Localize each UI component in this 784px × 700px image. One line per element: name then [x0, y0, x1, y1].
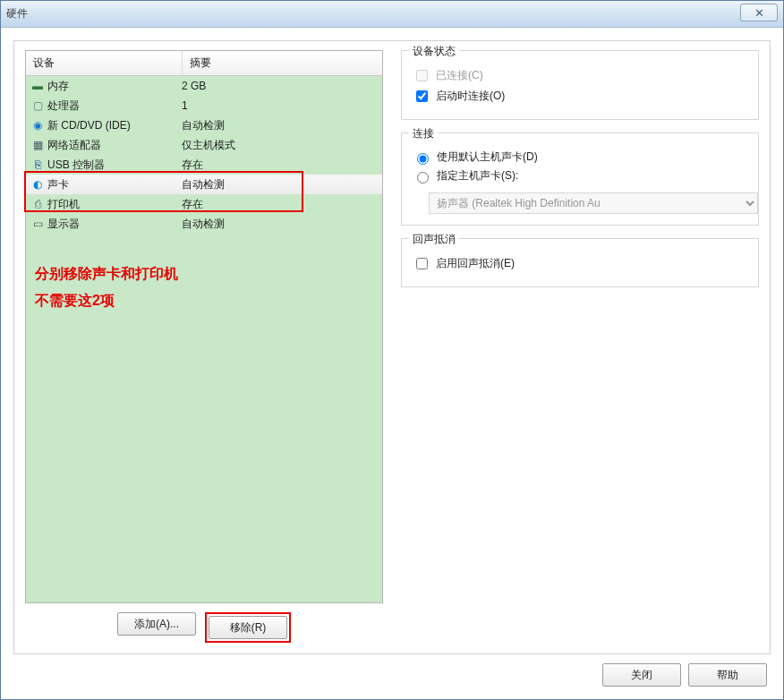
- main-pane: 设备 摘要 ▬内存2 GB▢处理器1◉新 CD/DVD (IDE)自动检测▦网络…: [13, 40, 771, 654]
- cd-icon: ◉: [30, 118, 46, 132]
- checkbox-echo-cancel-label: 启用回声抵消(E): [436, 256, 515, 271]
- table-row[interactable]: ◉新 CD/DVD (IDE)自动检测: [26, 115, 382, 135]
- table-header: 设备 摘要: [26, 51, 382, 76]
- device-column: 设备 摘要 ▬内存2 GB▢处理器1◉新 CD/DVD (IDE)自动检测▦网络…: [25, 50, 383, 643]
- checkbox-echo-cancel[interactable]: 启用回声抵消(E): [413, 255, 747, 272]
- col-device[interactable]: 设备: [26, 51, 183, 75]
- table-row[interactable]: ⎙打印机存在: [26, 194, 382, 214]
- radio-use-default[interactable]: 使用默认主机声卡(D): [413, 149, 747, 165]
- device-summary: 存在: [182, 158, 379, 173]
- device-summary: 自动检测: [182, 118, 379, 133]
- annotation-text: 分别移除声卡和打印机不需要这2项: [35, 260, 382, 315]
- device-name: 打印机: [47, 197, 182, 212]
- radio-use-default-input[interactable]: [417, 153, 429, 165]
- radio-use-default-label: 使用默认主机声卡(D): [437, 149, 538, 165]
- table-row[interactable]: ▢处理器1: [26, 96, 382, 115]
- table-row[interactable]: ▭显示器自动检测: [26, 214, 382, 234]
- cpu-icon: ▢: [30, 98, 46, 113]
- device-summary: 1: [182, 99, 379, 112]
- nic-icon: ▦: [30, 138, 46, 152]
- group-connection-legend: 连接: [409, 126, 438, 141]
- device-buttons: 添加(A)... 移除(R): [25, 612, 383, 643]
- device-name: 内存: [47, 79, 182, 94]
- close-window-button[interactable]: ✕: [740, 4, 778, 21]
- device-summary: 仅主机模式: [182, 138, 379, 153]
- device-name: 处理器: [47, 98, 182, 114]
- help-button[interactable]: 帮助: [688, 663, 767, 687]
- close-icon: ✕: [754, 6, 764, 20]
- radio-specify-label: 指定主机声卡(S):: [437, 168, 518, 184]
- device-name: USB 控制器: [47, 158, 182, 173]
- dialog-footer: 关闭 帮助: [13, 654, 771, 687]
- group-echo-legend: 回声抵消: [409, 232, 459, 247]
- table-rows: ▬内存2 GB▢处理器1◉新 CD/DVD (IDE)自动检测▦网络适配器仅主机…: [26, 76, 382, 315]
- titlebar: 硬件 ✕: [1, 1, 783, 28]
- memory-icon: ▬: [30, 79, 46, 93]
- remove-button[interactable]: 移除(R): [209, 616, 287, 639]
- radio-specify-input[interactable]: [417, 172, 429, 184]
- table-row[interactable]: ⎘USB 控制器存在: [26, 155, 382, 175]
- usb-icon: ⎘: [30, 158, 46, 172]
- add-button[interactable]: 添加(A)...: [117, 612, 196, 636]
- device-summary: 自动检测: [182, 177, 379, 192]
- device-summary: 存在: [182, 197, 379, 212]
- group-device-status-legend: 设备状态: [409, 44, 459, 59]
- close-button[interactable]: 关闭: [602, 663, 681, 687]
- table-row[interactable]: ▬内存2 GB: [26, 76, 382, 96]
- combo-wrap: 扬声器 (Realtek High Definition Au: [413, 187, 747, 214]
- checkbox-connect-at-poweron-label: 启动时连接(O): [436, 89, 505, 104]
- checkbox-echo-cancel-input[interactable]: [416, 258, 428, 269]
- checkbox-connected-input: [416, 70, 428, 81]
- checkbox-connected-label: 已连接(C): [436, 68, 483, 83]
- checkbox-connect-at-poweron-input[interactable]: [416, 90, 428, 102]
- table-row[interactable]: ◐声卡自动检测: [26, 175, 382, 194]
- device-name: 声卡: [47, 177, 182, 192]
- group-echo: 回声抵消 启用回声抵消(E): [401, 238, 759, 287]
- annotation-line-1: 分别移除声卡和打印机: [35, 260, 382, 287]
- device-name: 网络适配器: [47, 138, 182, 153]
- device-summary: 自动检测: [182, 217, 379, 232]
- device-summary: 2 GB: [182, 80, 379, 92]
- annotation-line-2: 不需要这2项: [35, 287, 382, 314]
- device-table: 设备 摘要 ▬内存2 GB▢处理器1◉新 CD/DVD (IDE)自动检测▦网络…: [25, 50, 383, 603]
- checkbox-connected: 已连接(C): [413, 67, 747, 84]
- group-device-status: 设备状态 已连接(C) 启动时连接(O): [401, 50, 759, 120]
- hardware-dialog: 硬件 ✕ 设备 摘要 ▬内存2 GB▢处理器1◉新 CD/DVD (IDE)自动…: [0, 0, 784, 700]
- group-connection: 连接 使用默认主机声卡(D) 指定主机声卡(S): 扬声器 (Realtek H…: [401, 132, 759, 226]
- sound-icon: ◐: [30, 177, 46, 192]
- device-name: 新 CD/DVD (IDE): [47, 118, 182, 133]
- columns: 设备 摘要 ▬内存2 GB▢处理器1◉新 CD/DVD (IDE)自动检测▦网络…: [25, 50, 759, 643]
- col-summary[interactable]: 摘要: [183, 51, 382, 75]
- window-title: 硬件: [6, 6, 28, 21]
- table-row[interactable]: ▦网络适配器仅主机模式: [26, 135, 382, 155]
- printer-icon: ⎙: [30, 197, 46, 211]
- device-name: 显示器: [47, 217, 182, 232]
- settings-column: 设备状态 已连接(C) 启动时连接(O) 连接: [401, 50, 759, 643]
- dialog-body: 设备 摘要 ▬内存2 GB▢处理器1◉新 CD/DVD (IDE)自动检测▦网络…: [1, 28, 783, 699]
- radio-specify[interactable]: 指定主机声卡(S):: [413, 168, 747, 184]
- annotation-red-box-remove: 移除(R): [205, 612, 291, 643]
- checkbox-connect-at-poweron[interactable]: 启动时连接(O): [413, 88, 747, 105]
- display-icon: ▭: [30, 217, 46, 231]
- host-soundcard-combo: 扬声器 (Realtek High Definition Au: [429, 192, 758, 214]
